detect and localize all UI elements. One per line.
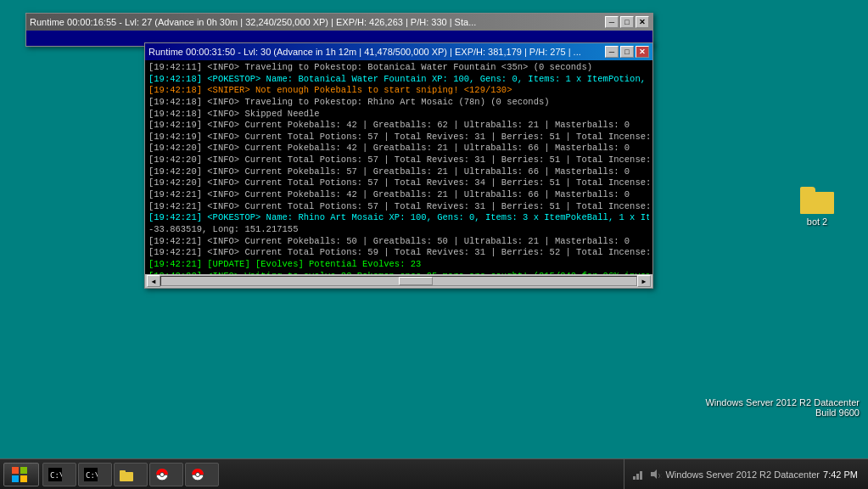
terminal-line: [19:42:18] <POKESTOP> Name: Botanical Wa…: [148, 74, 649, 86]
svg-point-11: [160, 472, 165, 476]
svg-point-13: [196, 472, 200, 476]
svg-rect-9: [120, 470, 126, 474]
horizontal-scrollbar[interactable]: ◀ ▶: [145, 274, 652, 288]
taskbar-item-cmd2[interactable]: C:\: [78, 463, 112, 486]
svg-text:C:\: C:\: [50, 471, 62, 480]
system-tray: )))) Windows Server 2012 R2 Datacenter 7…: [624, 459, 865, 489]
desktop-icon-label: bot 2: [807, 216, 827, 227]
scroll-left-arrow[interactable]: ◀: [147, 275, 160, 287]
minimize-button-bot2[interactable]: ─: [605, 46, 619, 58]
svg-rect-15: [636, 474, 639, 480]
taskbar-item-cmd1[interactable]: C:\: [42, 463, 76, 486]
terminal-line: [19:42:19] <INFO> Current Total Potions:…: [148, 132, 649, 143]
volume-icon: )))): [648, 468, 662, 481]
server-build: Build 9600: [705, 408, 860, 418]
time-display: 7:42 PM: [823, 469, 858, 480]
minimize-button-bot1[interactable]: ─: [605, 16, 619, 28]
terminal-line: [19:42:21] <POKESTOP> Name: Rhino Art Mo…: [148, 212, 649, 224]
pokeball-icon-2: [191, 468, 204, 481]
clock[interactable]: 7:42 PM: [823, 469, 858, 480]
server-name: Windows Server 2012 R2 Datacenter: [705, 397, 860, 408]
network-icon: [631, 468, 645, 481]
taskbar-item-pokeball1[interactable]: [149, 463, 183, 486]
window-controls-bot1: ─ □ ✕: [605, 16, 649, 28]
svg-rect-3: [20, 475, 27, 482]
scroll-right-arrow[interactable]: ▶: [637, 275, 651, 287]
svg-rect-0: [12, 467, 19, 474]
pokeball-icon-1: [155, 468, 169, 481]
window-bot1[interactable]: Runtime 00:00:16:55 - Lvl: 27 (Advance i…: [25, 13, 653, 47]
close-button-bot1[interactable]: ✕: [636, 16, 649, 28]
terminal-line: [19:42:11] <INFO> Traveling to Pokestop:…: [148, 62, 649, 74]
desktop: Runtime 00:00:16:55 - Lvl: 27 (Advance i…: [0, 0, 868, 458]
scrollbar-thumb[interactable]: [399, 277, 433, 285]
cmd-icon: C:\: [48, 468, 62, 481]
titlebar-bot2[interactable]: Runtime 00:00:31:50 - Lvl: 30 (Advance i…: [145, 43, 652, 60]
cmd-icon-2: C:\: [84, 468, 98, 481]
terminal-line: [19:42:21] <INFO> Current Total Potions:…: [148, 201, 649, 213]
terminal-line: [19:42:21] <INFO> Current Total Potions:…: [148, 247, 649, 259]
server-info: Windows Server 2012 R2 Datacenter Build …: [705, 397, 860, 418]
taskbar-item-explorer[interactable]: [114, 463, 148, 486]
folder-taskbar-icon: [120, 468, 133, 481]
svg-text:)))): )))): [658, 473, 662, 479]
taskbar: C:\ C:\: [0, 458, 868, 489]
maximize-button-bot1[interactable]: □: [620, 16, 634, 28]
svg-rect-14: [633, 476, 636, 480]
svg-rect-16: [640, 471, 642, 480]
window-bot2[interactable]: Runtime 00:00:31:50 - Lvl: 30 (Advance i…: [144, 42, 653, 289]
scrollbar-track[interactable]: [160, 276, 637, 286]
terminal-line: [19:42:20] <INFO> Current Total Potions:…: [148, 177, 649, 189]
svg-marker-17: [651, 469, 657, 479]
server-os-label: Windows Server 2012 R2 Datacenter: [665, 469, 820, 480]
titlebar-bot1[interactable]: Runtime 00:00:16:55 - Lvl: 27 (Advance i…: [26, 14, 652, 31]
terminal-line: [19:42:18] <INFO> Traveling to Pokestop:…: [148, 97, 649, 109]
terminal-line: [19:42:18] <SNIPER> Not enough Pokeballs…: [148, 85, 649, 97]
terminal-output: [19:42:11] <INFO> Traveling to Pokestop:…: [145, 60, 652, 274]
folder-icon: [800, 187, 834, 214]
close-button-bot2[interactable]: ✕: [636, 46, 649, 58]
terminal-line: [19:42:20] <INFO> Current Pokeballs: 57 …: [148, 166, 649, 178]
desktop-icon-bot2[interactable]: bot 2: [792, 187, 843, 227]
terminal-line: [19:42:21] <INFO> Current Pokeballs: 42 …: [148, 189, 649, 201]
svg-rect-2: [12, 475, 19, 482]
start-button[interactable]: [3, 463, 39, 486]
terminal-line: [19:42:20] <INFO> Current Total Potions:…: [148, 155, 649, 166]
svg-text:C:\: C:\: [86, 471, 98, 480]
terminal-line: [19:42:19] <INFO> Current Pokeballs: 42 …: [148, 120, 649, 132]
window-title-bot2: Runtime 00:00:31:50 - Lvl: 30 (Advance i…: [148, 47, 602, 57]
windows-logo-icon: [11, 466, 28, 483]
taskbar-tasks: C:\ C:\: [42, 463, 624, 486]
terminal-line: [19:42:21] <INFO> Current Pokeballs: 50 …: [148, 236, 649, 248]
window-title-bot1: Runtime 00:00:16:55 - Lvl: 27 (Advance i…: [30, 17, 602, 27]
window-controls-bot2: ─ □ ✕: [605, 46, 649, 58]
taskbar-item-pokeball2[interactable]: [185, 463, 219, 486]
terminal-line: [19:42:21] [UPDATE] [Evolves] Potential …: [148, 259, 649, 271]
terminal-line: [19:42:18] <INFO> Skipped Needle: [148, 109, 649, 121]
svg-rect-1: [20, 467, 27, 474]
maximize-button-bot2[interactable]: □: [620, 46, 634, 58]
terminal-line: [19:42:22] <INFO> Waiting to evolve 23 P…: [148, 271, 649, 274]
terminal-line: [19:42:20] <INFO> Current Pokeballs: 42 …: [148, 143, 649, 155]
terminal-line: -33.863519, Long: 151.217155: [148, 224, 649, 236]
